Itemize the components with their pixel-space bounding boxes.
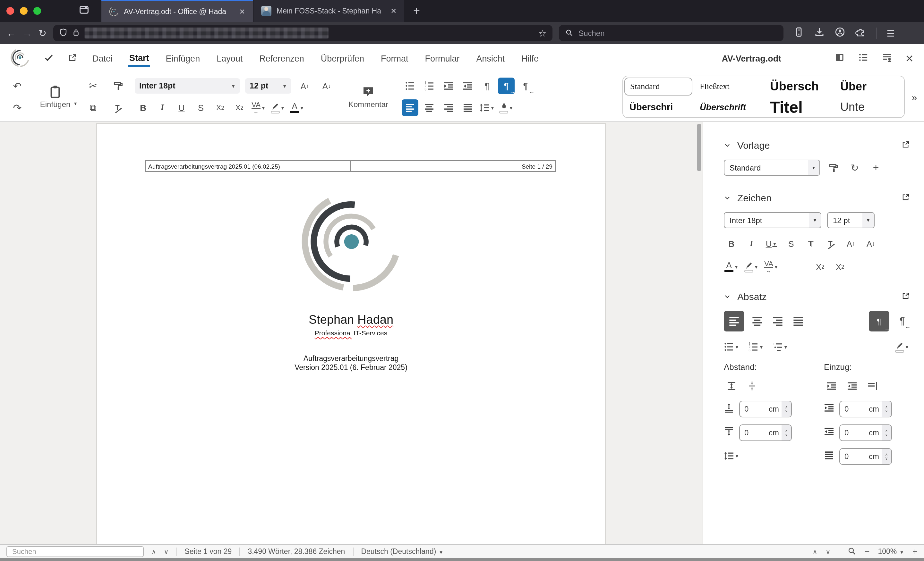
sidebar-rtl-button[interactable]: ¶← — [894, 314, 910, 329]
minimize-window-button[interactable] — [20, 7, 28, 15]
first-line-indent-spinner[interactable]: 0 cm ∧∨ — [839, 448, 892, 465]
align-center-button[interactable] — [421, 99, 438, 116]
sidebar-clear-formatting-button[interactable] — [823, 236, 838, 251]
paste-button[interactable]: Einfügen ▼ — [34, 85, 76, 109]
sidebar-highlight-color-button[interactable]: ▼ — [744, 259, 759, 274]
shrink-font-button[interactable]: A↓ — [318, 78, 335, 94]
paragraph-background-button[interactable]: ▼ — [498, 99, 514, 116]
indent-after-spinner[interactable]: 0 cm ∧∨ — [839, 425, 892, 441]
clone-formatting-button[interactable] — [826, 160, 841, 175]
document-canvas[interactable]: Auftragsverarbeitungsvertrag 2025.01 (06… — [0, 122, 703, 545]
character-spacing-button[interactable]: VA↔▼ — [250, 99, 267, 116]
header-left-cell[interactable]: Auftragsverarbeitungsvertrag 2025.01 (06… — [146, 161, 351, 171]
word-count-status[interactable]: 3.490 Wörter, 28.386 Zeichen — [248, 548, 345, 555]
page-header-table[interactable]: Auftragsverarbeitungsvertrag 2025.01 (06… — [145, 160, 556, 172]
highlight-color-button[interactable]: ▼ — [270, 99, 286, 116]
sidebar-font-size-select[interactable]: 12 pt ▼ — [827, 212, 874, 228]
paragraph-rtl-button[interactable]: ¶← — [517, 78, 534, 94]
justify-button[interactable] — [459, 99, 476, 116]
cut-button[interactable]: ✂ — [85, 78, 101, 94]
sidebar-ltr-button[interactable]: ¶→ — [869, 311, 890, 332]
style-fliesstext[interactable]: Fließtext — [693, 76, 764, 97]
sidebar-character-spacing-button[interactable]: VA↔▼ — [764, 259, 779, 274]
search-next-icon[interactable]: ∨ — [164, 548, 169, 555]
sidebar-align-left-button[interactable] — [724, 311, 744, 332]
paste-dropdown-caret[interactable]: ▼ — [73, 101, 78, 106]
sidebar-numbered-list-button[interactable]: ▼ — [748, 339, 764, 355]
table-of-contents-icon[interactable] — [858, 52, 868, 65]
document-title-line1[interactable]: Auftragsverarbeitungsvertrag — [97, 355, 605, 362]
line-spacing-button[interactable]: ▼ — [478, 99, 495, 116]
sidebar-superscript-button[interactable]: X2 — [812, 259, 828, 274]
sidebar-increase-indent-button[interactable] — [824, 378, 839, 393]
spinner-arrows[interactable]: ∧∨ — [882, 449, 891, 464]
browser-search-bar[interactable] — [559, 25, 783, 41]
zeichen-section-header[interactable]: Zeichen — [724, 192, 910, 203]
zoom-reset-icon[interactable] — [848, 547, 856, 556]
strikethrough-button[interactable]: S — [192, 99, 209, 116]
menu-referenzen[interactable]: Referenzen — [258, 51, 305, 66]
numbered-list-button[interactable] — [421, 78, 438, 94]
sidebar-justify-button[interactable] — [790, 314, 806, 329]
space-below-spinner[interactable]: 0 cm ∧∨ — [739, 425, 792, 441]
browser-search-input[interactable] — [577, 28, 777, 38]
more-styles-button[interactable]: » — [905, 91, 924, 102]
underline-button[interactable]: U — [173, 99, 190, 116]
style-titel[interactable]: Titel — [764, 97, 834, 117]
page-count-status[interactable]: Seite 1 von 29 — [184, 548, 232, 555]
font-color-button[interactable]: A▼ — [289, 99, 305, 116]
tab-close-icon[interactable]: ✕ — [238, 7, 246, 16]
style-ueberschrift-1[interactable]: Übersch — [764, 76, 834, 97]
open-external-icon[interactable] — [68, 53, 77, 64]
align-left-button[interactable] — [402, 99, 418, 116]
sidebar-grow-font-button[interactable]: A↑ — [843, 236, 858, 251]
decrease-indent-button[interactable] — [459, 78, 476, 94]
menu-datei[interactable]: Datei — [91, 51, 114, 66]
copy-button[interactable]: ⧉ — [85, 99, 101, 116]
sidebar-font-color-button[interactable]: A▼ — [724, 259, 739, 274]
lock-icon[interactable] — [72, 27, 80, 39]
account-icon[interactable] — [834, 27, 845, 39]
close-window-button[interactable] — [6, 7, 14, 15]
sidebar-align-center-button[interactable] — [750, 314, 765, 329]
clear-formatting-button[interactable] — [110, 99, 126, 116]
zoom-in-button[interactable]: + — [912, 546, 918, 557]
menu-einfuegen[interactable]: Einfügen — [165, 51, 201, 66]
bold-button[interactable]: B — [135, 99, 152, 116]
sidebar-italic-button[interactable]: I — [744, 236, 759, 251]
sidebar-bold-button[interactable]: B — [724, 236, 739, 251]
decrease-paragraph-spacing-button[interactable] — [744, 378, 760, 393]
firefox-view-icon[interactable] — [78, 4, 90, 18]
style-ueberschrift-2[interactable]: Über — [834, 76, 904, 97]
sidebar-subscript-button[interactable]: X2 — [832, 259, 848, 274]
absatz-section-header[interactable]: Absatz — [724, 291, 910, 302]
sidebar-decrease-indent-button[interactable] — [844, 378, 860, 393]
italic-button[interactable]: I — [154, 99, 171, 116]
formatting-marks-button[interactable]: ¶ — [478, 78, 495, 94]
previous-page-icon[interactable]: ∧ — [813, 548, 818, 555]
password-manager-icon[interactable] — [794, 27, 804, 39]
menu-ueberpruefen[interactable]: Überprüfen — [320, 51, 365, 66]
open-dialog-icon[interactable] — [902, 291, 910, 302]
comment-button[interactable]: Kommentar — [343, 85, 393, 109]
vorlage-section-header[interactable]: Vorlage — [724, 140, 910, 151]
zoom-level[interactable]: 100% ▼ — [878, 548, 904, 555]
paragraph-ltr-button[interactable]: ¶→ — [498, 78, 514, 94]
spinner-arrows[interactable]: ∧∨ — [782, 425, 791, 440]
sidebar-outline-list-button[interactable]: ▼ — [772, 339, 788, 355]
chevron-down-icon[interactable] — [724, 192, 731, 203]
zoom-out-button[interactable]: − — [864, 546, 870, 557]
grow-font-button[interactable]: A↑ — [297, 78, 313, 94]
sidebar-align-right-button[interactable] — [770, 314, 785, 329]
update-style-button[interactable]: ↻ — [847, 160, 862, 175]
menu-start[interactable]: Start — [128, 50, 150, 66]
chevron-down-icon[interactable] — [724, 140, 731, 151]
menu-formular[interactable]: Formular — [423, 51, 461, 66]
menu-layout[interactable]: Layout — [215, 51, 244, 66]
zoom-window-button[interactable] — [33, 7, 41, 15]
style-ueberschrift-3[interactable]: Überschri — [623, 97, 693, 117]
increase-indent-button[interactable] — [440, 78, 457, 94]
extensions-puzzle-icon[interactable] — [855, 27, 865, 39]
document-search-box[interactable] — [6, 546, 144, 557]
open-dialog-icon[interactable] — [902, 192, 910, 203]
